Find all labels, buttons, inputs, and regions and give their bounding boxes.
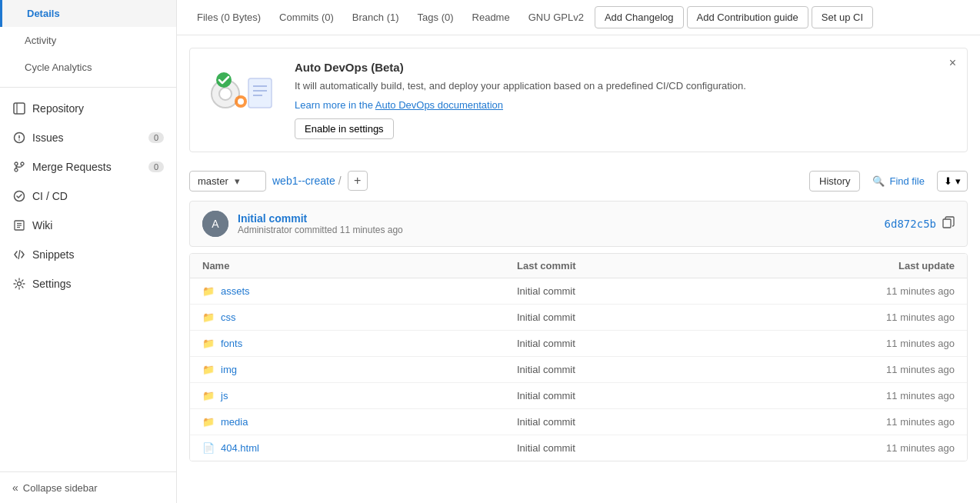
- search-icon: 🔍: [872, 175, 885, 187]
- snippets-icon: [12, 248, 26, 261]
- file-name[interactable]: 📁 css: [202, 311, 517, 323]
- devops-banner-close-button[interactable]: ×: [949, 56, 956, 70]
- license-link[interactable]: GNU GPLv2: [521, 7, 592, 28]
- table-row: 📄 404.html Initial commit 11 minutes ago: [190, 435, 967, 461]
- file-last-update: 11 minutes ago: [832, 442, 955, 454]
- repo-icon: [12, 102, 26, 115]
- sidebar-item-merge-requests[interactable]: Merge Requests 0: [0, 152, 176, 182]
- sidebar-item-details[interactable]: Details: [0, 0, 176, 27]
- sidebar-item-issues[interactable]: Issues 0: [0, 123, 176, 152]
- find-file-label: Find file: [889, 175, 925, 187]
- history-button[interactable]: History: [809, 171, 860, 192]
- devops-banner-content: Auto DevOps (Beta) It will automatically…: [295, 61, 746, 139]
- commit-message[interactable]: Initial commit: [238, 212, 403, 225]
- branch-link[interactable]: Branch (1): [345, 7, 407, 28]
- sidebar-item-label: Repository: [32, 102, 84, 115]
- file-last-update: 11 minutes ago: [832, 364, 955, 375]
- svg-point-4: [18, 139, 20, 141]
- commit-time: 11 minutes ago: [340, 225, 403, 235]
- sidebar-project-nav: Details Activity Cycle Analytics: [0, 0, 176, 81]
- commit-hash-area: 6d872c5b: [885, 216, 955, 231]
- file-name[interactable]: 📄 404.html: [202, 442, 517, 454]
- folder-icon: 📁: [202, 285, 215, 297]
- commits-link[interactable]: Commits (0): [272, 7, 342, 28]
- sidebar-item-repository[interactable]: Repository: [0, 94, 176, 123]
- column-header-last-commit: Last commit: [517, 260, 832, 271]
- readme-link[interactable]: Readme: [465, 7, 518, 28]
- file-name[interactable]: 📁 js: [202, 390, 517, 401]
- file-last-update: 11 minutes ago: [832, 311, 955, 323]
- add-changelog-button[interactable]: Add Changelog: [595, 6, 684, 28]
- file-name[interactable]: 📁 img: [202, 364, 517, 375]
- file-name[interactable]: 📁 fonts: [202, 338, 517, 349]
- file-name[interactable]: 📁 media: [202, 416, 517, 428]
- commit-meta: Administrator committed 11 minutes ago: [238, 225, 403, 235]
- commit-hash-value[interactable]: 6d872c5b: [885, 218, 936, 230]
- branch-selector[interactable]: master ▾: [189, 171, 266, 192]
- svg-rect-20: [248, 78, 272, 108]
- sidebar-item-activity[interactable]: Activity: [0, 27, 176, 54]
- merge-icon: [12, 160, 26, 174]
- sidebar-item-settings[interactable]: Settings: [0, 269, 176, 298]
- branch-name: master: [198, 175, 228, 187]
- files-link[interactable]: Files (0 Bytes): [189, 7, 268, 28]
- tags-link[interactable]: Tags (0): [410, 7, 462, 28]
- svg-rect-26: [943, 219, 951, 228]
- file-icon: 📄: [202, 442, 215, 454]
- file-table-header: Name Last commit Last update: [190, 254, 967, 278]
- devops-banner-link[interactable]: Learn more in the Auto DevOps documentat…: [295, 99, 503, 111]
- issue-icon: [12, 131, 26, 145]
- add-path-button[interactable]: +: [348, 171, 368, 191]
- add-contribution-guide-button[interactable]: Add Contribution guide: [687, 6, 808, 28]
- ci-icon: [12, 189, 26, 203]
- sidebar-item-snippets[interactable]: Snippets: [0, 240, 176, 269]
- table-row: 📁 fonts Initial commit 11 minutes ago: [190, 331, 967, 357]
- sidebar: Details Activity Cycle Analytics Reposit…: [0, 0, 177, 503]
- table-row: 📁 css Initial commit 11 minutes ago: [190, 305, 967, 331]
- folder-icon: 📁: [202, 390, 215, 401]
- devops-illustration: [202, 61, 279, 130]
- file-last-commit: Initial commit: [517, 338, 832, 349]
- devops-banner-description: It will automatically build, test, and d…: [295, 78, 746, 94]
- svg-point-5: [15, 162, 18, 165]
- download-button[interactable]: ⬇ ▾: [937, 171, 968, 192]
- file-last-commit: Initial commit: [517, 390, 832, 401]
- table-row: 📁 assets Initial commit 11 minutes ago: [190, 278, 967, 305]
- enable-in-settings-button[interactable]: Enable in settings: [295, 118, 394, 139]
- commit-author: Administrator: [238, 225, 292, 235]
- svg-point-14: [18, 282, 22, 286]
- collapse-sidebar-button[interactable]: « Collapse sidebar: [0, 471, 176, 503]
- path-breadcrumb: web1--create /: [272, 175, 342, 187]
- sidebar-item-label: Merge Requests: [32, 161, 112, 173]
- svg-point-19: [238, 98, 244, 105]
- sidebar-item-label: Issues: [32, 132, 63, 144]
- file-last-update: 11 minutes ago: [832, 285, 955, 297]
- folder-icon: 📁: [202, 364, 215, 375]
- sidebar-item-cycle-analytics[interactable]: Cycle Analytics: [0, 54, 176, 81]
- file-name[interactable]: 📁 assets: [202, 285, 517, 297]
- merge-badge: 0: [148, 162, 164, 172]
- find-file-button[interactable]: 🔍 Find file: [866, 172, 931, 191]
- svg-point-16: [219, 88, 232, 100]
- main-content: Files (0 Bytes) Commits (0) Branch (1) T…: [177, 0, 980, 503]
- sidebar-item-label: CI / CD: [32, 190, 68, 202]
- file-last-commit: Initial commit: [517, 311, 832, 323]
- copy-hash-button[interactable]: [942, 216, 955, 231]
- path-separator: /: [338, 175, 342, 187]
- download-icon: ⬇: [944, 175, 952, 187]
- svg-text:A: A: [212, 218, 219, 230]
- file-table-body: 📁 assets Initial commit 11 minutes ago 📁…: [190, 278, 967, 461]
- sidebar-item-cicd[interactable]: CI / CD: [0, 182, 176, 211]
- commit-row: A Initial commit Administrator committed…: [189, 201, 968, 247]
- file-last-commit: Initial commit: [517, 442, 832, 454]
- issues-badge: 0: [148, 132, 164, 143]
- avatar: A: [202, 211, 228, 237]
- devops-banner: Auto DevOps (Beta) It will automatically…: [189, 48, 968, 152]
- sidebar-item-wiki[interactable]: Wiki: [0, 211, 176, 240]
- svg-rect-0: [14, 103, 25, 114]
- file-last-commit: Initial commit: [517, 416, 832, 428]
- sidebar-item-label: Details: [27, 8, 60, 19]
- dropdown-arrow-icon: ▾: [955, 175, 961, 187]
- set-up-ci-button[interactable]: Set up CI: [812, 6, 873, 28]
- path-segment[interactable]: web1--create: [272, 175, 335, 187]
